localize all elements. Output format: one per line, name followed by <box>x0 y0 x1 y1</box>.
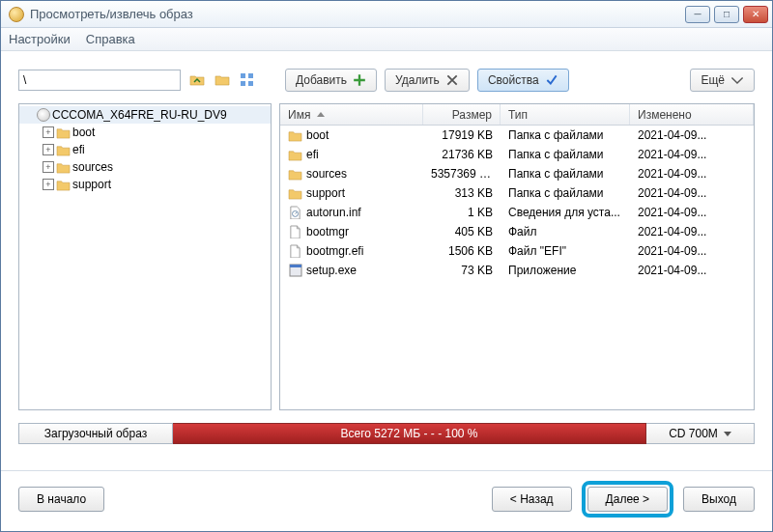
svg-rect-0 <box>241 73 245 78</box>
window: Просмотреть/извлечь образ ─ □ ✕ Настройк… <box>0 0 773 532</box>
back-button[interactable]: < Назад <box>492 487 572 512</box>
path-input[interactable] <box>18 70 181 91</box>
file-icon <box>288 225 302 238</box>
file-modified: 2021-04-09... <box>630 225 754 238</box>
file-modified: 2021-04-09... <box>630 186 754 200</box>
table-row[interactable]: sources5357369 KBПапка с файлами2021-04-… <box>280 164 754 183</box>
file-name: bootmgr <box>306 225 349 238</box>
table-row[interactable]: support313 KBПапка с файлами2021-04-09..… <box>280 183 754 203</box>
file-size: 21736 KB <box>423 148 501 161</box>
window-title: Просмотреть/извлечь образ <box>30 7 685 21</box>
up-folder-icon[interactable] <box>188 71 206 89</box>
file-type: Папка с файлами <box>501 128 630 142</box>
file-name: autorun.inf <box>306 206 361 219</box>
start-button[interactable]: В начало <box>18 487 104 512</box>
more-button[interactable]: Ещё <box>690 69 755 92</box>
file-size: 405 KB <box>423 225 501 238</box>
tree-item[interactable]: + support <box>19 176 271 193</box>
disc-size-select[interactable]: CD 700M <box>646 423 755 444</box>
col-type[interactable]: Тип <box>501 104 630 125</box>
more-label: Ещё <box>701 73 725 87</box>
tree-root-label: CCCOMA_X64FRE_RU-RU_DV9 <box>52 108 227 122</box>
file-type: Папка с файлами <box>501 148 630 161</box>
titlebar: Просмотреть/извлечь образ ─ □ ✕ <box>1 1 772 28</box>
status-row: Загрузочный образ Всего 5272 МБ - - - 10… <box>18 422 755 445</box>
add-label: Добавить <box>296 73 347 87</box>
check-icon <box>545 73 558 87</box>
tree-root[interactable]: CCCOMA_X64FRE_RU-RU_DV9 <box>19 106 271 124</box>
table-row[interactable]: efi21736 KBПапка с файлами2021-04-09... <box>280 145 754 164</box>
folder-icon <box>288 186 302 200</box>
menu-help[interactable]: Справка <box>86 32 135 46</box>
view-icons-icon[interactable] <box>239 71 256 89</box>
file-type: Файл "EFI" <box>501 244 630 258</box>
folder-icon <box>56 126 71 139</box>
folder-icon <box>288 167 302 181</box>
svg-rect-6 <box>290 265 301 267</box>
file-size: 5357369 KB <box>423 167 501 181</box>
tree-panel: CCCOMA_X64FRE_RU-RU_DV9+ boot+ efi+ sour… <box>18 103 272 410</box>
next-highlight: Далее > <box>582 481 674 518</box>
table-row[interactable]: autorun.inf1 KBСведения для уста...2021-… <box>280 203 754 222</box>
properties-button[interactable]: Свойства <box>477 69 569 92</box>
next-button[interactable]: Далее > <box>587 487 669 512</box>
add-button[interactable]: Добавить <box>285 69 377 92</box>
table-row[interactable]: bootmgr.efi1506 KBФайл "EFI"2021-04-09..… <box>280 241 754 261</box>
file-name: boot <box>306 128 329 142</box>
progress-bar: Всего 5272 МБ - - - 100 % <box>173 423 646 444</box>
folder-icon <box>288 148 302 161</box>
folder-icon <box>288 128 302 142</box>
file-type: Папка с файлами <box>501 167 630 181</box>
file-modified: 2021-04-09... <box>630 128 754 142</box>
tree-item[interactable]: + boot <box>19 124 271 141</box>
col-modified[interactable]: Изменено <box>630 104 754 125</box>
open-folder-icon[interactable] <box>214 71 231 89</box>
remove-label: Удалить <box>395 73 440 87</box>
table-row[interactable]: bootmgr405 KBФайл2021-04-09... <box>280 222 754 241</box>
expander-icon[interactable]: + <box>43 126 54 138</box>
file-icon <box>288 244 302 258</box>
tree-item[interactable]: + sources <box>19 158 271 176</box>
svg-rect-1 <box>248 73 253 78</box>
col-name[interactable]: Имя <box>280 104 423 125</box>
remove-button[interactable]: Удалить <box>385 69 470 92</box>
menu-settings[interactable]: Настройки <box>9 32 71 46</box>
plus-icon <box>353 73 366 87</box>
folder-icon <box>56 144 71 156</box>
expander-icon[interactable]: + <box>43 179 54 190</box>
menubar: Настройки Справка <box>1 28 772 51</box>
tree-item[interactable]: + efi <box>19 141 271 158</box>
expander-icon[interactable]: + <box>43 161 54 173</box>
file-name: efi <box>306 148 319 161</box>
file-name: setup.exe <box>306 264 357 277</box>
svg-rect-3 <box>248 81 253 86</box>
list-panel: Имя Размер Тип Изменено boot17919 KBПапк… <box>279 103 755 410</box>
file-type: Папка с файлами <box>501 186 630 200</box>
col-size[interactable]: Размер <box>423 104 501 125</box>
file-modified: 2021-04-09... <box>630 148 754 161</box>
file-name: sources <box>306 167 347 181</box>
exe-icon <box>288 264 302 277</box>
file-size: 17919 KB <box>423 128 501 142</box>
disc-icon <box>37 108 50 122</box>
svg-rect-2 <box>241 81 245 86</box>
folder-icon <box>56 161 71 174</box>
maximize-button[interactable]: □ <box>714 6 739 23</box>
table-row[interactable]: setup.exe73 KBПриложение2021-04-09... <box>280 261 754 280</box>
file-type: Файл <box>501 225 630 238</box>
exit-button[interactable]: Выход <box>683 487 755 512</box>
expander-icon[interactable]: + <box>43 144 54 155</box>
file-size: 1506 KB <box>423 244 501 258</box>
file-name: bootmgr.efi <box>306 244 363 258</box>
file-size: 73 KB <box>423 264 501 277</box>
app-icon <box>9 7 24 22</box>
tree-item-label: sources <box>72 160 113 174</box>
minimize-button[interactable]: ─ <box>685 6 710 23</box>
file-type: Приложение <box>501 264 630 277</box>
disc-size-value: CD 700M <box>669 427 718 440</box>
file-type: Сведения для уста... <box>501 206 630 219</box>
chevron-down-icon <box>730 73 744 87</box>
footer: В начало < Назад Далее > Выход <box>1 481 772 531</box>
close-button[interactable]: ✕ <box>743 6 768 23</box>
table-row[interactable]: boot17919 KBПапка с файлами2021-04-09... <box>280 126 754 145</box>
